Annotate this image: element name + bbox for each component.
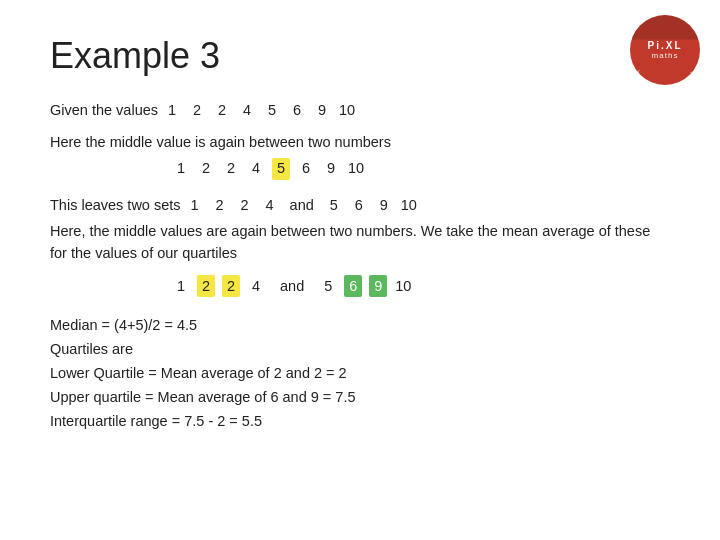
quartile-row: 1 2 2 4 and 5 6 9 10 <box>50 275 670 298</box>
given-val-3: 2 <box>213 100 231 122</box>
median-line: Median = (4+5)/2 = 4.5 <box>50 314 670 338</box>
lv7: 9 <box>375 195 393 217</box>
lv3: 2 <box>236 195 254 217</box>
given-row: Given the values 1 2 2 4 5 6 9 10 <box>50 99 670 122</box>
page-title: Example 3 <box>50 35 670 77</box>
qv1: 1 <box>172 275 190 297</box>
given-val-1: 1 <box>163 100 181 122</box>
mid-val-2: 2 <box>197 158 215 180</box>
mid-val-5: 5 <box>272 158 290 180</box>
lv5: 5 <box>325 195 343 217</box>
quartile-and: and <box>280 275 304 298</box>
qv5: 5 <box>319 275 337 297</box>
interquartile: Interquartile range = 7.5 - 2 = 5.5 <box>50 410 670 434</box>
logo-circle: Pi.XL maths + ÷ × − <box>630 15 700 85</box>
logo-maths: maths <box>647 51 682 60</box>
middle-section: Here the middle value is again between t… <box>50 132 670 180</box>
qv3: 2 <box>222 275 240 297</box>
lv4: 4 <box>261 195 279 217</box>
leaves-and: and <box>290 194 314 217</box>
qv7: 9 <box>369 275 387 297</box>
given-label: Given the values <box>50 99 158 122</box>
here-note: Here, the middle values are again betwee… <box>50 221 670 265</box>
given-val-4: 4 <box>238 100 256 122</box>
qv8: 10 <box>394 275 412 297</box>
mid-val-1: 1 <box>172 158 190 180</box>
quartile-section: 1 2 2 4 and 5 6 9 10 <box>50 275 670 298</box>
logo: Pi.XL maths + ÷ × − <box>630 15 700 85</box>
middle-note: Here the middle value is again between t… <box>50 132 670 154</box>
leaves-label: This leaves two sets <box>50 194 181 217</box>
page: Pi.XL maths + ÷ × − Example 3 Given the … <box>0 0 720 540</box>
leaves-row: This leaves two sets 1 2 2 4 and 5 6 9 1… <box>50 194 670 217</box>
middle-values-row: 1 2 2 4 5 6 9 10 <box>50 158 670 180</box>
lv2: 2 <box>211 195 229 217</box>
leaves-section: This leaves two sets 1 2 2 4 and 5 6 9 1… <box>50 194 670 265</box>
qv4: 4 <box>247 275 265 297</box>
logo-pi: Pi.XL <box>647 40 682 52</box>
quartiles-are: Quartiles are <box>50 338 670 362</box>
mid-val-3: 2 <box>222 158 240 180</box>
mid-val-6: 6 <box>297 158 315 180</box>
mid-val-7: 9 <box>322 158 340 180</box>
mid-val-8: 10 <box>347 158 365 180</box>
given-val-5: 5 <box>263 100 281 122</box>
lower-quartile: Lower Quartile = Mean average of 2 and 2… <box>50 362 670 386</box>
lv8: 10 <box>400 195 418 217</box>
given-val-7: 9 <box>313 100 331 122</box>
given-section: Given the values 1 2 2 4 5 6 9 10 <box>50 99 670 122</box>
stats-section: Median = (4+5)/2 = 4.5 Quartiles are Low… <box>50 314 670 434</box>
qv6: 6 <box>344 275 362 297</box>
mid-val-4: 4 <box>247 158 265 180</box>
given-val-2: 2 <box>188 100 206 122</box>
qv2: 2 <box>197 275 215 297</box>
lv6: 6 <box>350 195 368 217</box>
lv1: 1 <box>186 195 204 217</box>
upper-quartile: Upper quartile = Mean average of 6 and 9… <box>50 386 670 410</box>
given-val-8: 10 <box>338 100 356 122</box>
given-val-6: 6 <box>288 100 306 122</box>
